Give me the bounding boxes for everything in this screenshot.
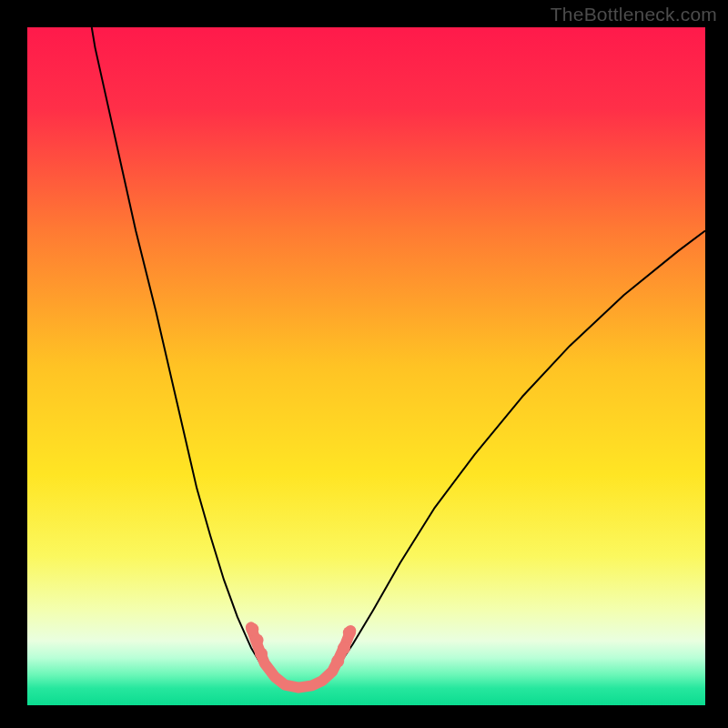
- watermark-text: TheBottleneck.com: [551, 4, 717, 25]
- marker-dot: [246, 623, 258, 636]
- marker-dot: [255, 647, 268, 660]
- curve-layer: [27, 27, 705, 705]
- plot-area: [27, 27, 705, 705]
- marker-dot: [338, 642, 350, 654]
- marker-dot: [343, 626, 356, 639]
- chart-frame: TheBottleneck.com: [0, 0, 728, 728]
- series-right-curve: [318, 231, 705, 682]
- marker-dot: [331, 655, 344, 668]
- marker-dot: [251, 633, 264, 646]
- series-left-curve: [92, 27, 282, 683]
